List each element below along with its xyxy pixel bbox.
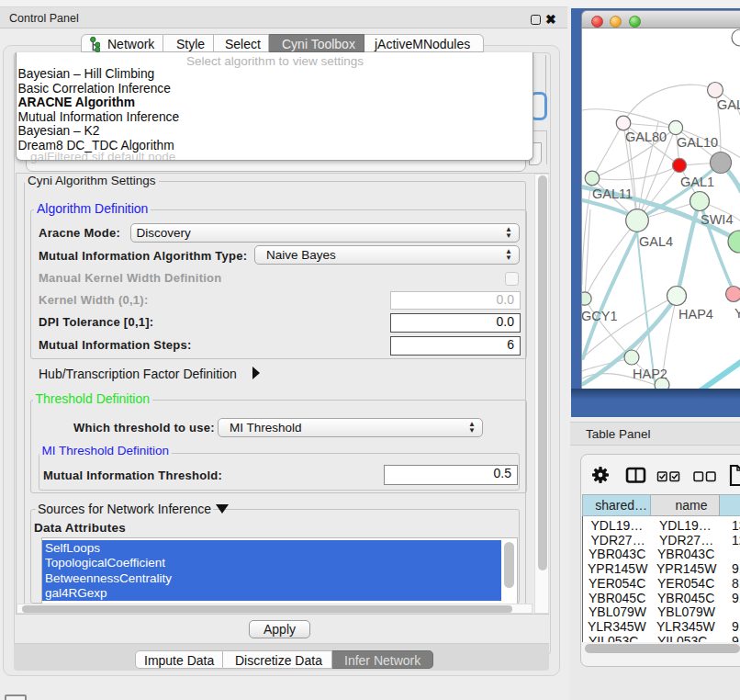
svg-text:GAL11: GAL11 <box>592 186 633 201</box>
svg-text:YM: YM <box>734 306 740 321</box>
svg-text:GAL10: GAL10 <box>677 135 718 150</box>
svg-text:GAL4: GAL4 <box>639 234 673 249</box>
svg-text:SWI4: SWI4 <box>701 212 733 227</box>
svg-text:GCY1: GCY1 <box>582 309 618 323</box>
svg-text:GAL1: GAL1 <box>680 175 714 189</box>
svg-text:HAP2: HAP2 <box>633 367 667 381</box>
svg-text:GAL7: GAL7 <box>717 97 740 112</box>
svg-text:GAL80: GAL80 <box>625 130 667 144</box>
svg-text:HAP4: HAP4 <box>678 307 713 322</box>
